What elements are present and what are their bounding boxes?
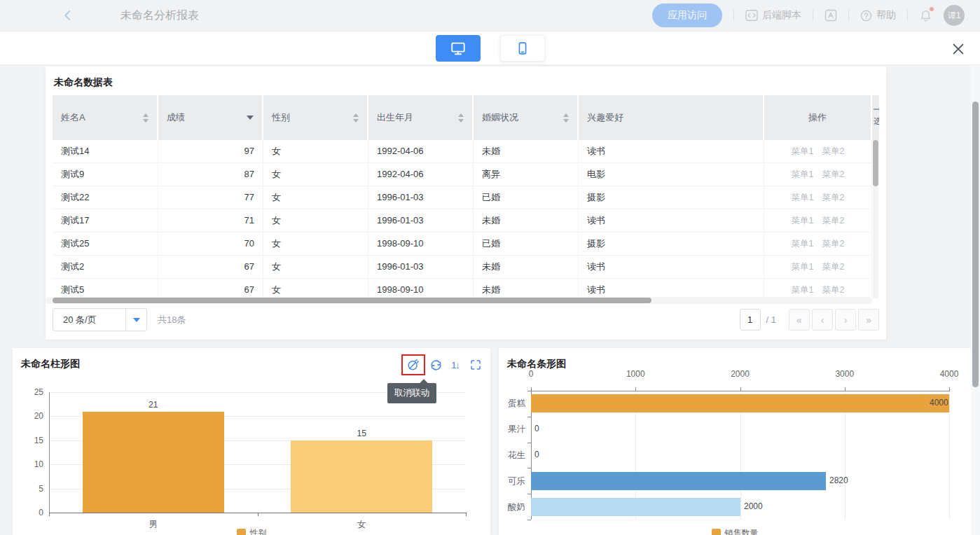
cell: 未婚 <box>474 256 579 278</box>
translate-button[interactable] <box>824 9 837 22</box>
cell: 女 <box>263 209 368 232</box>
cell: 读书 <box>579 209 764 232</box>
column-header-5[interactable]: 兴趣爱好 <box>579 95 764 140</box>
cell: 读书 <box>579 140 764 162</box>
column-resize-mark <box>874 109 879 110</box>
row-action-link[interactable]: 菜单1 <box>792 232 814 255</box>
app-access-button[interactable]: 应用访问 <box>652 4 722 27</box>
x-axis-tick-mark <box>49 513 50 516</box>
row-action-link[interactable]: 菜单2 <box>822 256 845 278</box>
bar-chart-widget: 未命名条形图 01000200030004000蛋糕4000果汁0花生0可乐28… <box>499 348 971 535</box>
backend-script-label: 后端脚本 <box>762 9 801 22</box>
sort-asc-icon <box>353 113 359 117</box>
column-header-6[interactable]: 操作 <box>764 95 872 140</box>
page-size-select[interactable]: 20 条/页 <box>53 308 147 331</box>
page-size-value: 20 条/页 <box>53 314 125 326</box>
page-scrollbar[interactable] <box>971 65 980 535</box>
sort-desc-active-icon <box>247 116 254 120</box>
legend-swatch <box>237 529 246 535</box>
row-action-link[interactable]: 菜单2 <box>822 163 845 186</box>
table-body: 测试1497女1992-04-06未婚读书菜单1菜单2测试987女1992-04… <box>53 140 872 298</box>
column-label: 性别 <box>272 111 290 124</box>
cell: 67 <box>158 256 263 278</box>
cell: 70 <box>158 232 263 255</box>
column-bar-0[interactable] <box>83 412 224 513</box>
row-action-link[interactable]: 菜单1 <box>792 186 814 209</box>
row-action-link[interactable]: 菜单1 <box>792 140 814 162</box>
cancel-linkage-button[interactable] <box>406 358 420 372</box>
legend-label: 销售数量 <box>725 527 759 535</box>
legend-item[interactable]: 性别 <box>237 527 267 535</box>
column-header-0[interactable]: 姓名A <box>53 95 158 140</box>
cell: 女 <box>263 163 368 186</box>
table-horizontal-scrollbar[interactable] <box>46 297 872 304</box>
column-chart-title: 未命名柱形图 <box>21 358 80 370</box>
hbar-3[interactable] <box>531 472 826 490</box>
help-button[interactable]: 帮助 <box>860 9 896 22</box>
column-header-4[interactable]: 婚姻状况 <box>474 95 579 140</box>
notification-dot <box>929 6 934 12</box>
y-axis-tick-mark <box>527 391 531 391</box>
current-page-input[interactable]: 1 <box>740 309 761 331</box>
tooltip-arrow <box>420 379 427 387</box>
refresh-chart-button[interactable] <box>429 358 443 372</box>
x-axis-tick-label: 3000 <box>827 369 862 379</box>
sort-icon <box>458 113 464 123</box>
legend-item[interactable]: 销售数量 <box>712 527 759 535</box>
actions-cell: 菜单1菜单2 <box>764 140 872 162</box>
phone-icon <box>516 41 530 56</box>
column-header-2[interactable]: 性别 <box>263 95 368 140</box>
row-action-link[interactable]: 菜单2 <box>822 279 845 298</box>
row-action-link[interactable]: 菜单2 <box>822 186 845 209</box>
hbar-4[interactable] <box>531 498 740 516</box>
sort-icon <box>563 113 569 123</box>
actions-cell: 菜单1菜单2 <box>764 186 872 209</box>
sort-desc-icon <box>353 119 359 123</box>
row-action-link[interactable]: 菜单1 <box>792 279 814 298</box>
row-action-link[interactable]: 菜单1 <box>792 256 814 278</box>
prev-page-button[interactable]: ‹ <box>812 309 833 331</box>
row-action-link[interactable]: 菜单1 <box>792 163 814 186</box>
table-row-2: 测试2277女1996-01-03已婚摄影菜单1菜单2 <box>53 186 872 209</box>
row-action-link[interactable]: 菜单2 <box>822 232 845 255</box>
mobile-preview-button[interactable] <box>500 35 545 62</box>
row-action-link[interactable]: 菜单1 <box>792 209 814 232</box>
notifications-button[interactable] <box>919 8 932 22</box>
backend-script-button[interactable]: 后端脚本 <box>745 9 801 22</box>
y-axis-tick-label: 5 <box>18 484 43 494</box>
column-header-1[interactable]: 成绩 <box>158 95 263 140</box>
cell: 1996-01-03 <box>368 209 474 232</box>
y-axis-tick-mark <box>527 417 531 417</box>
last-page-button[interactable]: » <box>858 309 879 331</box>
first-page-button[interactable]: « <box>789 309 810 331</box>
row-action-link[interactable]: 菜单2 <box>822 209 845 232</box>
table-vertical-scrollbar-thumb[interactable] <box>873 140 878 186</box>
sort-chart-button[interactable]: 1↓ <box>448 358 462 372</box>
column-bar-1[interactable] <box>291 440 432 513</box>
table-horizontal-scrollbar-thumb[interactable] <box>53 298 651 303</box>
close-button[interactable] <box>951 41 966 57</box>
cell: 未婚 <box>474 140 579 162</box>
actions-cell: 菜单1菜单2 <box>764 232 872 255</box>
actions-cell: 菜单1菜单2 <box>764 163 872 186</box>
page-scrollbar-thumb[interactable] <box>972 102 979 387</box>
column-chart-widget: 未命名柱形图 1↓ 取消联动 252015105021男15女 性别 <box>13 348 490 535</box>
back-button[interactable] <box>62 9 74 22</box>
cell: 未婚 <box>474 209 579 232</box>
fullscreen-chart-button[interactable] <box>469 358 483 372</box>
hbar-0[interactable] <box>531 394 949 412</box>
y-axis-tick-label: 25 <box>18 387 43 397</box>
avatar[interactable]: 谭1 <box>944 5 965 26</box>
chevron-left-icon <box>62 9 74 22</box>
bar-value-label: 4000 <box>930 398 948 408</box>
next-page-button[interactable]: › <box>835 309 856 331</box>
row-action-link[interactable]: 菜单2 <box>822 140 845 162</box>
sort-icon <box>247 116 254 120</box>
help-icon <box>860 10 872 22</box>
column-header-3[interactable]: 出生年月 <box>368 95 474 140</box>
bar-chart-legend: 销售数量 <box>499 527 971 535</box>
table-row-4: 测试2570女1998-09-10已婚摄影菜单1菜单2 <box>53 232 872 256</box>
table-vertical-scrollbar[interactable] <box>873 140 878 298</box>
desktop-preview-button[interactable] <box>436 35 481 62</box>
page-size-caret-area <box>125 309 146 331</box>
